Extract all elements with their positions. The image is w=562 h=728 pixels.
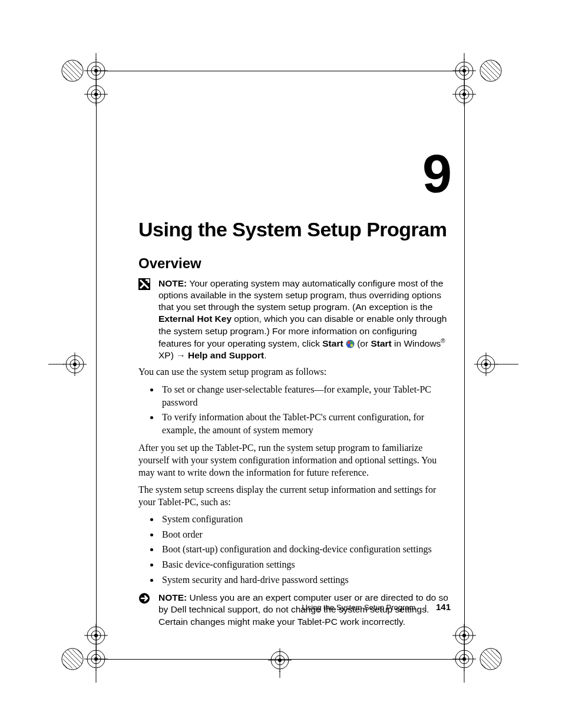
section-title: Overview [138,255,451,272]
footer-separator: | [425,603,427,612]
crop-line [96,71,464,71]
svg-rect-23 [351,341,353,344]
page-footer: Using the System Setup Program | 141 [138,602,451,612]
bullet-list: To set or change user-selectable feature… [149,383,451,436]
svg-rect-22 [348,341,350,344]
list-item: System security and hard-drive password … [160,574,451,587]
content-area: 9 Using the System Setup Program Overvie… [138,147,451,633]
page-number: 141 [436,602,451,612]
list-item: Boot order [160,528,451,541]
list-item: To set or change user-selectable feature… [160,383,451,409]
registration-mark-icon [58,53,111,106]
note-text: NOTE: Your operating system may automati… [158,278,451,361]
crop-line [464,71,465,659]
windows-logo-icon [346,340,355,348]
body-paragraph: After you set up the Tablet-PC, run the … [138,442,451,479]
list-item: Boot (start-up) configuration and dockin… [160,543,451,556]
registration-mark-icon [447,624,505,683]
body-paragraph: The system setup screens display the cur… [138,484,451,509]
svg-rect-24 [348,344,350,347]
note-block: NOTE: Your operating system may automati… [138,278,451,361]
registration-mark-icon [58,624,111,683]
svg-point-21 [346,340,354,348]
note-icon [138,278,153,290]
svg-rect-25 [351,344,353,347]
page: 9 Using the System Setup Program Overvie… [0,0,562,728]
chapter-number: 9 [138,147,451,200]
list-item: To verify information about the Tablet-P… [160,411,451,436]
note-label: NOTE: [158,592,187,602]
registration-mark-icon [262,643,297,678]
crop-line [96,659,464,660]
registration-mark-icon [48,347,101,382]
body-paragraph: You can use the system setup program as … [138,366,451,378]
note-label: NOTE: [158,278,187,288]
bullet-list: System configuration Boot order Boot (st… [149,513,451,586]
chapter-title: Using the System Setup Program [138,218,451,241]
registration-mark-icon [465,347,518,382]
registration-mark-icon [447,53,505,106]
list-item: System configuration [160,513,451,526]
crop-line [96,71,97,659]
footer-section: Using the System Setup Program [302,603,415,612]
list-item: Basic device-configuration settings [160,558,451,571]
